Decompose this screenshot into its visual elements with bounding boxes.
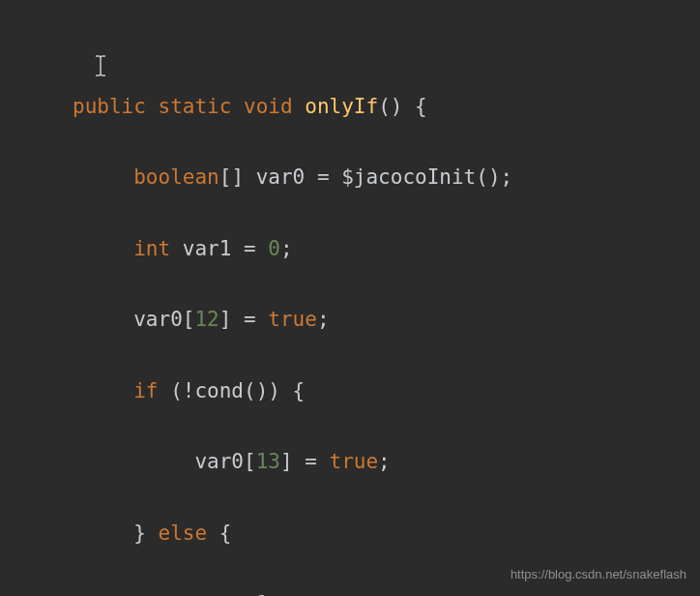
number: 13 [256,450,280,473]
keyword-int: int [133,237,170,260]
identifier: var1 [183,237,244,260]
keyword-boolean: boolean [133,165,219,189]
parens: () [378,95,402,118]
operator: = [244,237,268,260]
text-cursor-icon [94,52,107,74]
operator: = [317,165,341,189]
keyword-public: public [73,95,146,118]
code-line: public static void onlyIf() { [73,89,700,125]
semicolon: ; [378,450,391,473]
semicolon: ; [317,308,330,331]
identifier: var0 [256,165,317,189]
code-block: public static void onlyIf() { boolean[] … [0,0,700,596]
indent [73,379,133,402]
method-call: $jacocoInit(); [341,165,512,189]
number: 0 [268,237,280,260]
semicolon: ; [280,237,293,260]
indent [73,308,133,331]
keyword-true: true [268,308,317,331]
watermark-text: https://blog.csdn.net/snakeflash [510,564,686,586]
indent [73,592,194,596]
keyword-true: true [330,450,379,473]
brace: { [207,522,231,545]
indent [73,522,133,545]
number: 12 [194,308,219,331]
code-line: } else { [73,516,700,551]
identifier: var0[ [194,450,255,473]
indent [73,450,194,473]
keyword-static: static [159,95,232,118]
keyword-if: if [133,379,158,402]
keyword-void: void [244,95,293,118]
indent [73,237,133,260]
keyword-else: else [159,522,208,545]
code-line: boolean[] var0 = $jacocoInit(); [73,160,700,195]
brackets: [] [219,165,256,189]
code-line: ++var1; [73,586,700,596]
space [170,237,183,260]
increment: ++var1; [194,592,280,596]
code-line: var0[13] = true; [73,444,700,480]
indent [73,165,133,189]
bracket-close: ] = [280,450,330,473]
method-name: onlyIf [305,95,378,118]
code-line: var0[12] = true; [73,302,700,338]
code-line: if (!cond()) { [73,373,700,409]
identifier: var0[ [133,308,194,331]
bracket-close: ] = [219,308,269,331]
code-line: int var1 = 0; [73,231,700,267]
brace: { [402,95,426,118]
brace-close: } [133,522,158,545]
condition: (!cond()) { [159,379,306,402]
